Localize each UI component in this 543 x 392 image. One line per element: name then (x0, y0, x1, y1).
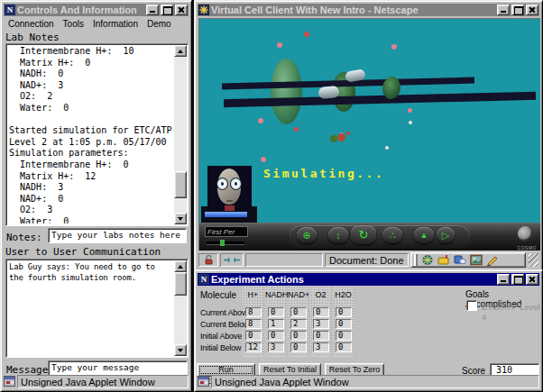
value-cell[interactable]: 0 (313, 331, 329, 341)
value-cell[interactable]: 0 (268, 331, 284, 341)
avatar-base (205, 212, 247, 217)
close-icon[interactable] (526, 5, 538, 15)
value-cell[interactable]: 8 (245, 319, 262, 329)
menu-information[interactable]: Information (88, 19, 143, 29)
molecule (258, 118, 263, 123)
user-comm-textarea[interactable]: Lab Guy says: You need to go to the four… (5, 259, 189, 358)
scroll-down-icon[interactable] (174, 344, 187, 356)
menu-tools[interactable]: Tools (59, 19, 88, 29)
value-cell[interactable]: 0 (336, 342, 352, 352)
row-label: Current Below (200, 320, 249, 329)
resize-grip[interactable] (529, 253, 538, 267)
goal-checkbox[interactable] (466, 300, 477, 311)
scrollbar-thumb[interactable] (174, 272, 187, 296)
minimize-icon[interactable] (146, 5, 159, 15)
netscape-logo-icon (198, 5, 209, 15)
value-cell[interactable]: 0 (336, 331, 352, 341)
mailbox-icon[interactable] (437, 254, 450, 266)
value-cell[interactable]: 8 (245, 307, 262, 317)
controls-titlebar[interactable]: N Controls And Information (4, 4, 189, 16)
maximize-icon[interactable] (161, 5, 173, 15)
value-cell[interactable]: 1 (268, 319, 284, 329)
scroll-up-icon[interactable] (174, 45, 187, 57)
molecule (277, 42, 282, 48)
maximize-icon[interactable] (511, 5, 524, 15)
value-cell[interactable]: 3 (313, 342, 329, 352)
seek-icon[interactable]: ⊕ (297, 227, 317, 243)
molecule (304, 32, 309, 37)
value-cell[interactable]: 0 (336, 307, 352, 317)
status-text: Unsigned Java Applet Window (17, 375, 189, 388)
value-cell[interactable]: 3 (313, 319, 329, 329)
molecule (346, 132, 350, 135)
lab-notes-scrollbar[interactable] (174, 45, 187, 224)
menubar: Connection Tools Information Demo (4, 17, 189, 31)
cosmo-logo-text: COSMO (518, 245, 537, 251)
view-mode-box[interactable]: First Per (205, 226, 248, 237)
simulating-text: Simulating... (263, 167, 384, 180)
drag-handle[interactable] (414, 254, 418, 266)
security-indicator[interactable] (198, 253, 218, 267)
gravity-icon[interactable]: ▲ (414, 227, 434, 243)
controls-statusbar: Unsigned Java Applet Window (4, 374, 189, 388)
value-cell[interactable]: 2 (290, 319, 307, 329)
viewport-3d[interactable]: Simulating... First Per ⊕ ↕ ↻ ∴ ▲ ▷ COSM… (198, 18, 540, 251)
pan-icon[interactable]: ↕ (328, 227, 348, 243)
close-icon[interactable] (526, 274, 538, 285)
browser-titlebar[interactable]: Virtual Cell Client With New Intro - Net… (198, 4, 539, 16)
minimize-icon[interactable] (497, 5, 510, 15)
value-cell[interactable]: 0 (290, 307, 307, 317)
user-comm-scrollbar[interactable] (174, 260, 187, 356)
molecule (330, 135, 337, 142)
row-label: Current Above (200, 308, 250, 317)
value-cell[interactable]: 12 (245, 342, 262, 352)
play-icon[interactable]: ▷ (437, 227, 455, 243)
value-cell[interactable]: 0 (245, 331, 262, 341)
column-header-nad: NAD+ (288, 290, 308, 299)
menu-demo[interactable]: Demo (143, 19, 176, 29)
rotate-icon[interactable]: ↻ (351, 225, 376, 244)
experiment-titlebar[interactable]: N Experiment Actions (198, 273, 539, 286)
scroll-up-icon[interactable] (174, 260, 187, 272)
experiment-statusbar: Unsigned Java Applet Window (198, 374, 539, 388)
value-cell[interactable]: 0 (336, 319, 352, 329)
notes-label: Notes: (6, 232, 42, 243)
scroll-down-icon[interactable] (174, 213, 187, 224)
row-label: Initial Above (200, 332, 242, 341)
column-header-h2o: H2O (333, 290, 354, 299)
value-cell[interactable]: 0 (290, 342, 307, 352)
molecule-label: Molecule (200, 290, 236, 300)
close-icon[interactable] (175, 5, 188, 15)
composer-icon[interactable] (486, 254, 499, 266)
user-comm-text: Lab Guy says: You need to go to the four… (9, 261, 172, 355)
molecule (408, 108, 412, 113)
value-cell[interactable]: 3 (268, 342, 284, 352)
navigator-icon[interactable] (421, 254, 434, 266)
menu-connection[interactable]: Connection (4, 19, 59, 29)
organelle-large (271, 59, 302, 124)
cosmo-logo-icon[interactable] (518, 226, 533, 242)
scrollbar-thumb[interactable] (174, 171, 187, 198)
molecule (385, 146, 389, 150)
picture-icon[interactable] (470, 254, 483, 266)
notes-input[interactable]: Type your labs notes here (48, 228, 187, 243)
value-cell[interactable]: 0 (268, 307, 284, 317)
speed-slider[interactable] (207, 242, 244, 244)
vrml-toolbar: First Per ⊕ ↕ ↻ ∴ ▲ ▷ COSMO (199, 223, 540, 251)
slider-thumb[interactable] (220, 240, 225, 246)
molecule (261, 157, 266, 162)
plugin-indicator[interactable] (220, 253, 244, 267)
minimize-icon[interactable] (497, 274, 510, 285)
maximize-icon[interactable] (511, 274, 524, 285)
lab-notes-textarea[interactable]: Intermembrane H+: 10 Matrix H+: 0 NADH: … (5, 43, 189, 226)
value-cell[interactable]: 0 (313, 307, 329, 317)
netscape-icon: N (198, 274, 209, 285)
tilt-icon[interactable]: ∴ (382, 227, 402, 243)
browser-window-title: Virtual Cell Client With New Intro - Net… (211, 5, 495, 16)
molecule (409, 121, 412, 124)
lab-notes-label: Lab Notes (5, 32, 60, 43)
experiment-window: N Experiment Actions Molecule H+ NADH NA… (194, 269, 543, 392)
value-cell[interactable]: 0 (290, 331, 307, 341)
column-header-nadh: NADH (265, 290, 286, 299)
discussions-icon[interactable] (454, 254, 466, 266)
